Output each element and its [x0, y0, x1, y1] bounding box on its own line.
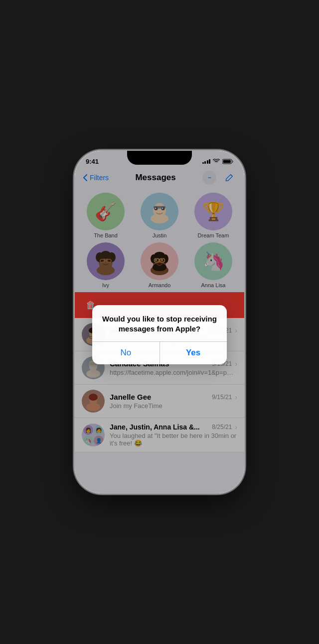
- phone-screen: 9:41: [75, 151, 244, 493]
- alert-buttons: No Yes: [92, 341, 227, 364]
- alert-no-button[interactable]: No: [92, 341, 160, 364]
- alert-overlay: Would you like to stop receiving message…: [75, 151, 244, 493]
- alert-dialog: Would you like to stop receiving message…: [92, 305, 227, 364]
- notch: [127, 151, 192, 165]
- phone-frame: 9:41: [75, 151, 244, 493]
- alert-title: Would you like to stop receiving message…: [102, 314, 217, 334]
- alert-body: Would you like to stop receiving message…: [92, 305, 227, 341]
- alert-yes-button[interactable]: Yes: [160, 341, 227, 364]
